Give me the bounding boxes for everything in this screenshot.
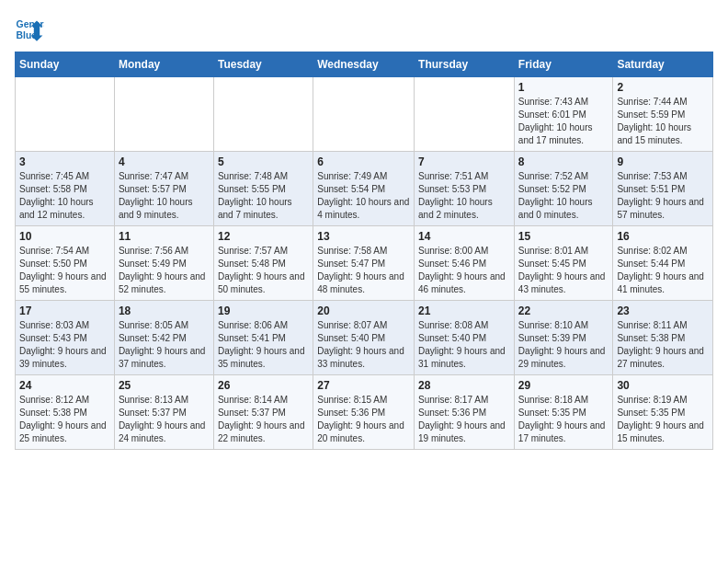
- day-number: 6: [317, 155, 410, 168]
- day-info: Sunrise: 7:44 AM Sunset: 5:59 PM Dayligh…: [617, 96, 709, 147]
- day-info: Sunrise: 8:11 AM Sunset: 5:38 PM Dayligh…: [617, 319, 709, 371]
- day-cell: 14Sunrise: 8:00 AM Sunset: 5:46 PM Dayli…: [415, 226, 515, 301]
- day-number: 26: [218, 379, 309, 392]
- weekday-header-monday: Monday: [114, 52, 213, 77]
- day-cell: 9Sunrise: 7:53 AM Sunset: 5:51 PM Daylig…: [613, 152, 713, 226]
- day-number: 30: [617, 379, 709, 392]
- week-row-5: 24Sunrise: 8:12 AM Sunset: 5:38 PM Dayli…: [16, 375, 713, 450]
- day-number: 4: [119, 155, 210, 168]
- day-number: 23: [617, 304, 709, 317]
- day-info: Sunrise: 8:17 AM Sunset: 5:36 PM Dayligh…: [418, 394, 510, 445]
- day-info: Sunrise: 8:08 AM Sunset: 5:40 PM Dayligh…: [418, 319, 510, 371]
- day-info: Sunrise: 8:15 AM Sunset: 5:36 PM Dayligh…: [317, 394, 410, 445]
- day-cell: 24Sunrise: 8:12 AM Sunset: 5:38 PM Dayli…: [16, 375, 115, 450]
- weekday-header-friday: Friday: [514, 52, 613, 77]
- day-number: 12: [218, 230, 309, 243]
- day-info: Sunrise: 7:56 AM Sunset: 5:49 PM Dayligh…: [119, 245, 210, 296]
- day-cell: 4Sunrise: 7:47 AM Sunset: 5:57 PM Daylig…: [114, 152, 213, 226]
- day-info: Sunrise: 8:12 AM Sunset: 5:38 PM Dayligh…: [19, 394, 110, 445]
- day-info: Sunrise: 7:47 AM Sunset: 5:57 PM Dayligh…: [119, 170, 210, 222]
- day-cell: 1Sunrise: 7:43 AM Sunset: 6:01 PM Daylig…: [514, 77, 613, 152]
- day-info: Sunrise: 7:45 AM Sunset: 5:58 PM Dayligh…: [19, 170, 110, 222]
- day-number: 2: [617, 81, 709, 94]
- day-number: 24: [19, 379, 110, 392]
- day-info: Sunrise: 8:03 AM Sunset: 5:43 PM Dayligh…: [19, 319, 110, 371]
- weekday-header-tuesday: Tuesday: [213, 52, 313, 77]
- day-number: 16: [617, 230, 709, 243]
- day-cell: 12Sunrise: 7:57 AM Sunset: 5:48 PM Dayli…: [213, 226, 313, 301]
- day-number: 29: [518, 379, 609, 392]
- day-cell: 29Sunrise: 8:18 AM Sunset: 5:35 PM Dayli…: [514, 375, 613, 450]
- day-number: 5: [218, 155, 309, 168]
- day-info: Sunrise: 8:06 AM Sunset: 5:41 PM Dayligh…: [218, 319, 309, 371]
- day-info: Sunrise: 7:51 AM Sunset: 5:53 PM Dayligh…: [418, 170, 510, 222]
- week-row-1: 1Sunrise: 7:43 AM Sunset: 6:01 PM Daylig…: [16, 77, 713, 152]
- day-info: Sunrise: 8:14 AM Sunset: 5:37 PM Dayligh…: [218, 394, 309, 445]
- day-number: 3: [19, 155, 110, 168]
- day-cell: 16Sunrise: 8:02 AM Sunset: 5:44 PM Dayli…: [613, 226, 713, 301]
- weekday-header-saturday: Saturday: [613, 52, 713, 77]
- day-info: Sunrise: 8:19 AM Sunset: 5:35 PM Dayligh…: [617, 394, 709, 445]
- day-cell: [213, 77, 313, 152]
- logo: General Blue: [15, 15, 48, 44]
- day-info: Sunrise: 7:48 AM Sunset: 5:55 PM Dayligh…: [218, 170, 309, 222]
- day-number: 10: [19, 230, 110, 243]
- day-info: Sunrise: 7:53 AM Sunset: 5:51 PM Dayligh…: [617, 170, 709, 222]
- weekday-header-sunday: Sunday: [16, 52, 115, 77]
- day-info: Sunrise: 7:52 AM Sunset: 5:52 PM Dayligh…: [518, 170, 609, 222]
- day-info: Sunrise: 7:54 AM Sunset: 5:50 PM Dayligh…: [19, 245, 110, 296]
- day-number: 7: [418, 155, 510, 168]
- day-cell: 11Sunrise: 7:56 AM Sunset: 5:49 PM Dayli…: [114, 226, 213, 301]
- day-cell: 28Sunrise: 8:17 AM Sunset: 5:36 PM Dayli…: [415, 375, 515, 450]
- calendar-table: SundayMondayTuesdayWednesdayThursdayFrid…: [15, 52, 713, 450]
- day-cell: [114, 77, 213, 152]
- day-cell: 6Sunrise: 7:49 AM Sunset: 5:54 PM Daylig…: [313, 152, 415, 226]
- day-cell: 5Sunrise: 7:48 AM Sunset: 5:55 PM Daylig…: [213, 152, 313, 226]
- day-cell: [415, 77, 515, 152]
- day-number: 18: [119, 304, 210, 317]
- day-info: Sunrise: 8:10 AM Sunset: 5:39 PM Dayligh…: [518, 319, 609, 371]
- day-cell: 20Sunrise: 8:07 AM Sunset: 5:40 PM Dayli…: [313, 301, 415, 375]
- day-cell: 15Sunrise: 8:01 AM Sunset: 5:45 PM Dayli…: [514, 226, 613, 301]
- day-cell: 22Sunrise: 8:10 AM Sunset: 5:39 PM Dayli…: [514, 301, 613, 375]
- day-number: 19: [218, 304, 309, 317]
- day-number: 14: [418, 230, 510, 243]
- day-info: Sunrise: 7:58 AM Sunset: 5:47 PM Dayligh…: [317, 245, 410, 296]
- day-cell: 13Sunrise: 7:58 AM Sunset: 5:47 PM Dayli…: [313, 226, 415, 301]
- day-cell: 19Sunrise: 8:06 AM Sunset: 5:41 PM Dayli…: [213, 301, 313, 375]
- day-number: 28: [418, 379, 510, 392]
- day-info: Sunrise: 8:13 AM Sunset: 5:37 PM Dayligh…: [119, 394, 210, 445]
- day-info: Sunrise: 8:00 AM Sunset: 5:46 PM Dayligh…: [418, 245, 510, 296]
- day-cell: 2Sunrise: 7:44 AM Sunset: 5:59 PM Daylig…: [613, 77, 713, 152]
- day-cell: 30Sunrise: 8:19 AM Sunset: 5:35 PM Dayli…: [613, 375, 713, 450]
- day-number: 21: [418, 304, 510, 317]
- day-number: 27: [317, 379, 410, 392]
- day-cell: 21Sunrise: 8:08 AM Sunset: 5:40 PM Dayli…: [415, 301, 515, 375]
- day-cell: 26Sunrise: 8:14 AM Sunset: 5:37 PM Dayli…: [213, 375, 313, 450]
- day-info: Sunrise: 7:57 AM Sunset: 5:48 PM Dayligh…: [218, 245, 309, 296]
- day-number: 9: [617, 155, 709, 168]
- day-info: Sunrise: 7:49 AM Sunset: 5:54 PM Dayligh…: [317, 170, 410, 222]
- day-cell: [313, 77, 415, 152]
- day-info: Sunrise: 8:02 AM Sunset: 5:44 PM Dayligh…: [617, 245, 709, 296]
- day-cell: 27Sunrise: 8:15 AM Sunset: 5:36 PM Dayli…: [313, 375, 415, 450]
- day-number: 17: [19, 304, 110, 317]
- day-cell: 23Sunrise: 8:11 AM Sunset: 5:38 PM Dayli…: [613, 301, 713, 375]
- day-cell: 8Sunrise: 7:52 AM Sunset: 5:52 PM Daylig…: [514, 152, 613, 226]
- day-info: Sunrise: 8:01 AM Sunset: 5:45 PM Dayligh…: [518, 245, 609, 296]
- day-number: 25: [119, 379, 210, 392]
- day-cell: 25Sunrise: 8:13 AM Sunset: 5:37 PM Dayli…: [114, 375, 213, 450]
- day-number: 8: [518, 155, 609, 168]
- logo-icon: General Blue: [15, 15, 44, 44]
- day-cell: [16, 77, 115, 152]
- day-cell: 17Sunrise: 8:03 AM Sunset: 5:43 PM Dayli…: [16, 301, 115, 375]
- day-number: 22: [518, 304, 609, 317]
- weekday-header-wednesday: Wednesday: [313, 52, 415, 77]
- day-info: Sunrise: 8:18 AM Sunset: 5:35 PM Dayligh…: [518, 394, 609, 445]
- day-number: 11: [119, 230, 210, 243]
- day-number: 20: [317, 304, 410, 317]
- week-row-3: 10Sunrise: 7:54 AM Sunset: 5:50 PM Dayli…: [16, 226, 713, 301]
- weekday-header-thursday: Thursday: [415, 52, 515, 77]
- day-number: 15: [518, 230, 609, 243]
- day-cell: 7Sunrise: 7:51 AM Sunset: 5:53 PM Daylig…: [415, 152, 515, 226]
